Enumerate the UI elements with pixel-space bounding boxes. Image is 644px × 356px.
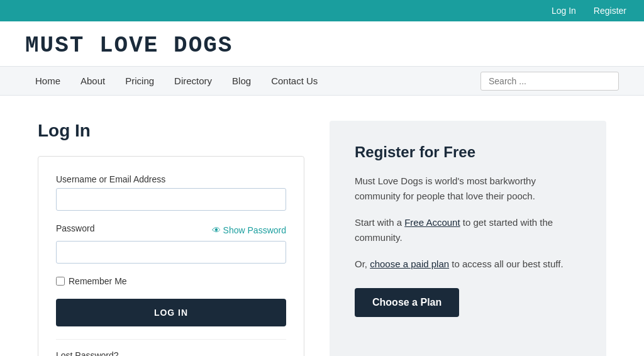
nav-about[interactable]: About xyxy=(70,67,115,95)
site-logo: MUST LOVE DOGS xyxy=(25,33,619,58)
remember-me-checkbox[interactable] xyxy=(56,277,65,286)
password-label: Password xyxy=(56,223,94,233)
login-button[interactable]: Log In xyxy=(56,299,286,326)
paid-plan-link[interactable]: choose a paid plan xyxy=(370,259,449,269)
desc2-prefix: Start with a xyxy=(355,217,404,228)
login-link[interactable]: Log In xyxy=(547,4,581,18)
nav-pricing[interactable]: Pricing xyxy=(115,67,164,95)
nav-directory[interactable]: Directory xyxy=(164,67,222,95)
remember-me-label: Remember Me xyxy=(69,276,127,286)
lost-password-section: Lost Password? xyxy=(56,339,286,356)
register-description3: Or, choose a paid plan to access all our… xyxy=(355,257,581,272)
username-group: Username or Email Address xyxy=(56,174,286,211)
login-section: Log In Username or Email Address Passwor… xyxy=(38,121,304,356)
desc3-suffix: to access all our best stuff. xyxy=(449,259,563,269)
username-input[interactable] xyxy=(56,188,286,211)
remember-me-row: Remember Me xyxy=(56,276,286,286)
password-label-row: Password 👁 Show Password xyxy=(56,223,286,237)
site-header: MUST LOVE DOGS xyxy=(0,21,644,66)
nav-contact[interactable]: Contact Us xyxy=(261,67,328,95)
show-password-text: Show Password xyxy=(223,225,286,235)
register-description1: Must Love Dogs is world's most barkworth… xyxy=(355,174,581,204)
free-account-link[interactable]: Free Account xyxy=(404,217,460,228)
password-input[interactable] xyxy=(56,241,286,264)
desc3-prefix: Or, xyxy=(355,259,370,269)
show-password-link[interactable]: 👁 Show Password xyxy=(212,225,286,235)
nav-blog[interactable]: Blog xyxy=(222,67,261,95)
top-bar: Log In Register xyxy=(0,0,644,21)
lost-password-link[interactable]: Lost Password? xyxy=(56,350,119,356)
site-nav: Home About Pricing Directory Blog Contac… xyxy=(0,66,644,96)
register-link[interactable]: Register xyxy=(589,4,631,18)
username-label: Username or Email Address xyxy=(56,174,286,184)
register-heading: Register for Free xyxy=(355,143,581,161)
register-description2: Start with a Free Account to get started… xyxy=(355,215,581,245)
nav-home[interactable]: Home xyxy=(25,67,70,95)
search-input[interactable] xyxy=(480,72,619,91)
nav-links: Home About Pricing Directory Blog Contac… xyxy=(25,67,328,95)
login-heading: Log In xyxy=(38,121,304,141)
choose-plan-button[interactable]: Choose a Plan xyxy=(355,288,459,317)
login-box: Username or Email Address Password 👁 Sho… xyxy=(38,156,304,356)
password-group: Password 👁 Show Password xyxy=(56,223,286,264)
register-section: Register for Free Must Love Dogs is worl… xyxy=(330,121,606,356)
nav-search xyxy=(480,72,619,91)
main-content: Log In Username or Email Address Passwor… xyxy=(0,96,644,356)
eye-icon: 👁 xyxy=(212,225,221,235)
